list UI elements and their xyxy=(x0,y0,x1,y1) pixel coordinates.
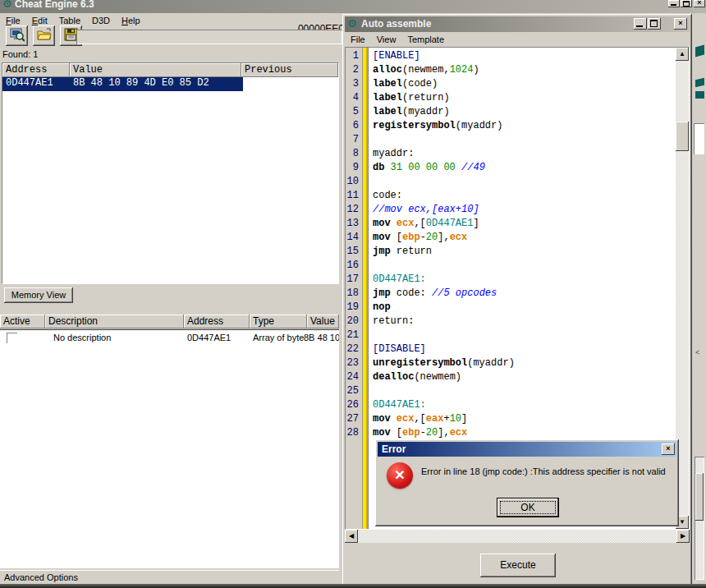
code-line[interactable]: 13mov ecx,[0D447AE1] xyxy=(346,217,675,231)
scroll-up-arrow[interactable]: ▲ xyxy=(676,48,689,61)
aa-menu-template[interactable]: Template xyxy=(401,33,450,46)
gutter-marker xyxy=(361,203,369,217)
code-text: mov [ebp-20],ecx xyxy=(369,231,467,245)
found-col-value[interactable]: Value xyxy=(70,63,241,77)
code-line[interactable]: 22[DISABLE] xyxy=(346,342,675,356)
advanced-options-bar[interactable]: Advanced Options xyxy=(0,570,339,584)
main-window-titlebar[interactable]: ⚙ Cheat Engine 6.3 xyxy=(0,0,706,13)
maximize-button[interactable] xyxy=(648,18,661,30)
code-text xyxy=(369,259,373,273)
scrollbar-thumb[interactable] xyxy=(676,122,689,151)
menu-help[interactable]: Help xyxy=(116,14,146,27)
code-area[interactable]: 1[ENABLE]2alloc(newmem,1024)3label(code)… xyxy=(346,49,675,440)
ct-col-address[interactable]: Address xyxy=(184,315,250,328)
code-line[interactable]: 24dealloc(newmem) xyxy=(346,370,675,384)
line-number: 9 xyxy=(346,161,361,175)
error-titlebar[interactable]: Error × xyxy=(378,442,676,457)
code-line[interactable]: 27mov ecx,[eax+10] xyxy=(346,412,675,426)
code-line[interactable]: 18jmp code: //5 opcodes xyxy=(346,287,675,301)
line-number: 6 xyxy=(346,119,361,133)
code-line[interactable]: 1[ENABLE] xyxy=(346,49,675,63)
code-line[interactable]: 3label(code) xyxy=(346,77,675,91)
code-text: myaddr: xyxy=(369,147,414,161)
found-col-previous[interactable]: Previous xyxy=(241,63,338,77)
code-text: db 31 00 00 00 //49 xyxy=(369,161,485,175)
ct-col-value[interactable]: Value xyxy=(307,315,339,328)
maximize-button-main[interactable] xyxy=(681,0,692,7)
gutter-marker xyxy=(361,370,369,384)
select-process-icon xyxy=(10,28,25,42)
line-number: 20 xyxy=(346,315,361,328)
code-line[interactable]: 20return: xyxy=(346,315,675,328)
code-line[interactable]: 6registersymbol(myaddr) xyxy=(346,119,675,133)
code-line[interactable]: 260D447AE1: xyxy=(346,398,675,412)
line-number: 27 xyxy=(346,412,361,426)
aa-titlebar[interactable]: ⚙ Auto assemble × xyxy=(345,16,690,32)
code-line[interactable]: 11code: xyxy=(346,189,675,203)
code-text: nop xyxy=(369,301,391,315)
line-number: 21 xyxy=(346,328,361,342)
close-button[interactable]: × xyxy=(674,18,687,30)
found-row-selected[interactable]: 0D447AE1 8B 48 10 89 4D E0 85 D2 xyxy=(2,77,243,91)
code-line[interactable]: 9db 31 00 00 00 //49 xyxy=(346,161,675,175)
gutter-marker xyxy=(361,315,369,328)
cheat-table-row[interactable]: No description 0D447AE1 Array of byte 8B… xyxy=(0,330,339,346)
scrollbar-thumb[interactable] xyxy=(695,473,704,521)
ct-col-type[interactable]: Type xyxy=(250,315,307,328)
found-col-address[interactable]: Address xyxy=(2,63,70,77)
menu-d3d[interactable]: D3D xyxy=(86,14,116,27)
code-line[interactable]: 21 xyxy=(346,328,675,342)
active-checkbox[interactable] xyxy=(7,333,17,343)
select-process-button[interactable] xyxy=(6,25,28,46)
minimize-button-main[interactable] xyxy=(668,0,680,7)
line-number: 12 xyxy=(346,203,361,217)
code-line[interactable]: 19nop xyxy=(346,301,675,315)
error-close-button[interactable]: × xyxy=(662,443,675,455)
code-line[interactable]: 2alloc(newmem,1024) xyxy=(346,63,675,77)
minimize-button[interactable] xyxy=(634,18,647,30)
code-text: unregistersymbol(myaddr) xyxy=(369,356,515,370)
code-text xyxy=(369,384,373,398)
code-text: 0D447AE1: xyxy=(369,398,426,412)
code-line[interactable]: 5label(myaddr) xyxy=(346,105,675,119)
memory-view-button[interactable]: Memory View xyxy=(4,287,73,303)
code-line[interactable]: 28mov [ebp-20],ecx xyxy=(346,426,675,440)
ok-button[interactable]: OK xyxy=(497,498,559,517)
code-line[interactable]: 8myaddr: xyxy=(346,147,675,161)
line-number: 7 xyxy=(346,133,361,147)
aa-menu-view[interactable]: View xyxy=(371,33,402,46)
code-line[interactable]: 14mov [ebp-20],ecx xyxy=(346,231,675,245)
gutter-marker xyxy=(361,189,369,203)
code-text: jmp return xyxy=(369,245,432,259)
execute-button[interactable]: Execute xyxy=(480,554,556,577)
code-text: return: xyxy=(369,315,414,328)
editor-hscrollbar[interactable]: ◀ ▶ xyxy=(345,530,690,543)
background-scrollbar[interactable] xyxy=(695,457,704,580)
gutter-marker xyxy=(361,273,369,287)
scroll-right-arrow[interactable]: ▶ xyxy=(676,530,690,543)
code-line[interactable]: 15jmp return xyxy=(346,245,675,259)
code-text: //mov ecx,[eax+10] xyxy=(369,203,479,217)
ct-col-description[interactable]: Description xyxy=(45,315,184,328)
line-number: 11 xyxy=(346,189,361,203)
code-line[interactable]: 23unregistersymbol(myaddr) xyxy=(346,356,675,370)
scroll-left-arrow[interactable]: ◀ xyxy=(345,530,358,543)
code-line[interactable]: 4label(return) xyxy=(346,91,675,105)
code-text: alloc(newmem,1024) xyxy=(369,63,479,77)
close-button-main[interactable]: × xyxy=(694,0,705,7)
code-line[interactable]: 10 xyxy=(346,175,675,189)
aa-window-title: Auto assemble xyxy=(361,18,431,30)
aa-menu-file[interactable]: File xyxy=(345,33,371,46)
code-line[interactable]: 25 xyxy=(346,384,675,398)
open-table-button[interactable] xyxy=(33,25,55,46)
code-text: code: xyxy=(369,189,402,203)
code-line[interactable]: 12//mov ecx,[eax+10] xyxy=(346,203,675,217)
code-line[interactable]: 16 xyxy=(346,259,675,273)
gutter-marker xyxy=(361,287,369,301)
cheat-engine-icon: ⚙ xyxy=(2,0,12,10)
gutter-marker xyxy=(361,412,369,426)
code-line[interactable]: 7 xyxy=(346,133,675,147)
code-line[interactable]: 170D447AE1: xyxy=(346,273,675,287)
open-file-icon xyxy=(37,28,52,41)
ct-col-active[interactable]: Active xyxy=(0,315,45,328)
